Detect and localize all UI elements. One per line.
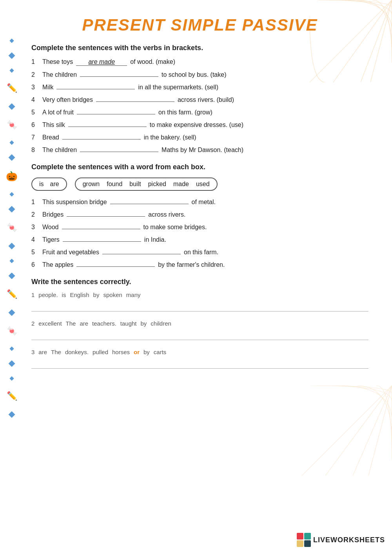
item-before: This suspension bridge bbox=[42, 199, 107, 206]
candy3-icon: 🍬 bbox=[7, 326, 17, 336]
item-after: on this farm. (grow) bbox=[158, 109, 212, 116]
scrambled-words: 2excellentTheareteachers.taughtbychildre… bbox=[31, 320, 368, 327]
item-number: 6 bbox=[31, 261, 40, 268]
logo-cell-green bbox=[304, 533, 311, 540]
scrambled-word: by bbox=[143, 349, 150, 355]
answer-blank[interactable] bbox=[68, 127, 147, 127]
diamond-deco bbox=[9, 192, 14, 196]
logo-cell-yellow bbox=[297, 540, 303, 547]
scrambled-word: The bbox=[51, 349, 61, 355]
diamond-deco bbox=[9, 273, 15, 279]
answer-blank[interactable] bbox=[80, 76, 158, 77]
answer-blank[interactable] bbox=[67, 216, 145, 217]
write-item: 1people.isEnglishbyspokenmany bbox=[31, 291, 368, 311]
item-number: 3 bbox=[31, 349, 34, 355]
exercise-item: 1This suspension bridgeof metal. bbox=[31, 199, 368, 206]
item-number: 1 bbox=[31, 58, 40, 65]
item-before: Bridges bbox=[42, 211, 64, 218]
item-number: 6 bbox=[31, 121, 40, 129]
spiderweb-top-right bbox=[310, 0, 392, 82]
diamond-deco bbox=[9, 310, 15, 316]
item-before: Tigers bbox=[42, 236, 60, 243]
word-box-2: grownfoundbuiltpickedmadeused bbox=[75, 177, 218, 191]
item-number: 2 bbox=[31, 211, 40, 218]
answer-blank[interactable] bbox=[63, 241, 141, 242]
answer-blank[interactable] bbox=[110, 204, 189, 204]
item-before: Bread bbox=[42, 134, 59, 141]
scrambled-word: are bbox=[38, 349, 47, 355]
answer-blank[interactable]: are made bbox=[76, 58, 127, 66]
answer-blank[interactable] bbox=[80, 152, 158, 152]
logo-text: LIVEWORKSHEETS bbox=[313, 536, 385, 544]
item-after: by the farmer's children. bbox=[158, 261, 225, 268]
answer-blank[interactable] bbox=[76, 266, 155, 267]
pumpkin-icon: 🎃 bbox=[6, 171, 18, 182]
word-item: built bbox=[129, 181, 141, 188]
item-text: The childrenMaths by Mr Dawson. (teach) bbox=[42, 147, 368, 154]
diamond-deco bbox=[9, 103, 15, 110]
item-text: This silkto make expensive dresses. (use… bbox=[42, 121, 368, 129]
item-number: 3 bbox=[31, 84, 40, 91]
logo-cell-dark bbox=[304, 540, 311, 547]
answer-line[interactable] bbox=[31, 358, 368, 369]
word-boxes: isaregrownfoundbuiltpickedmadeused bbox=[31, 177, 368, 191]
item-after: on this farm. bbox=[184, 249, 218, 256]
item-text: Milkin all the supermarkets. (sell) bbox=[42, 84, 368, 91]
item-text: Breadin the bakery. (sell) bbox=[42, 134, 368, 141]
section2: Complete the sentences with a word from … bbox=[31, 163, 368, 268]
spiderweb-bottom-right bbox=[302, 386, 392, 476]
item-number: 1 bbox=[31, 291, 34, 298]
item-number: 3 bbox=[31, 224, 40, 231]
answer-blank[interactable] bbox=[96, 101, 174, 102]
answer-blank[interactable] bbox=[102, 254, 181, 254]
word-item: found bbox=[107, 181, 122, 188]
diamond-deco bbox=[9, 259, 14, 263]
item-text: Bridgesacross rivers. bbox=[42, 211, 368, 218]
scrambled-word: or bbox=[134, 349, 140, 355]
item-text: Fruit and vegetableson this farm. bbox=[42, 249, 368, 256]
item-number: 5 bbox=[31, 109, 40, 116]
logo-cell-red bbox=[297, 533, 303, 540]
diamond-deco bbox=[9, 360, 15, 367]
section3: Write the sentences correctly. 1people.i… bbox=[31, 278, 368, 369]
answer-blank[interactable] bbox=[77, 114, 155, 114]
item-before: The apples bbox=[42, 261, 73, 268]
item-number: 4 bbox=[31, 96, 40, 103]
word-item: used bbox=[196, 181, 210, 188]
scrambled-word: The bbox=[66, 320, 76, 327]
item-text: This suspension bridgeof metal. bbox=[42, 199, 368, 206]
item-after: in India. bbox=[144, 236, 166, 243]
answer-blank[interactable] bbox=[62, 229, 140, 229]
answer-line[interactable] bbox=[31, 301, 368, 311]
scrambled-word: by bbox=[93, 291, 100, 298]
candy-icon: 🍬 bbox=[7, 120, 17, 130]
scrambled-word: people. bbox=[38, 291, 58, 298]
diamond-deco bbox=[9, 346, 14, 351]
scrambled-words: 3areThedonkeys.pulledhorsesorbycarts bbox=[31, 349, 368, 355]
word-item: is bbox=[39, 181, 44, 188]
item-number: 4 bbox=[31, 236, 40, 243]
write-item: 3areThedonkeys.pulledhorsesorbycarts bbox=[31, 349, 368, 369]
item-number: 1 bbox=[31, 199, 40, 206]
item-text: Woodto make some bridges. bbox=[42, 224, 368, 231]
answer-line[interactable] bbox=[31, 329, 368, 340]
svg-line-0 bbox=[310, 0, 392, 82]
item-after: to make expensive dresses. (use) bbox=[150, 121, 243, 129]
section3-list: 1people.isEnglishbyspokenmany2excellentT… bbox=[31, 291, 368, 369]
item-before: Fruit and vegetables bbox=[42, 249, 99, 256]
answer-blank[interactable] bbox=[62, 139, 141, 139]
answer-blank[interactable] bbox=[56, 89, 135, 89]
exercise-item: 6This silkto make expensive dresses. (us… bbox=[31, 121, 368, 129]
logo-icon bbox=[297, 533, 311, 547]
word-item: grown bbox=[83, 181, 100, 188]
item-number: 5 bbox=[31, 249, 40, 256]
diamond-deco bbox=[9, 53, 15, 59]
item-after: across rivers. bbox=[148, 211, 185, 218]
item-before: Wood bbox=[42, 224, 59, 231]
scrambled-word: spoken bbox=[103, 291, 122, 298]
svg-line-2 bbox=[361, 0, 392, 82]
scrambled-word: children bbox=[151, 320, 171, 327]
item-number: 2 bbox=[31, 71, 40, 78]
item-number: 8 bbox=[31, 147, 40, 154]
item-before: Very often bridges bbox=[42, 96, 93, 103]
